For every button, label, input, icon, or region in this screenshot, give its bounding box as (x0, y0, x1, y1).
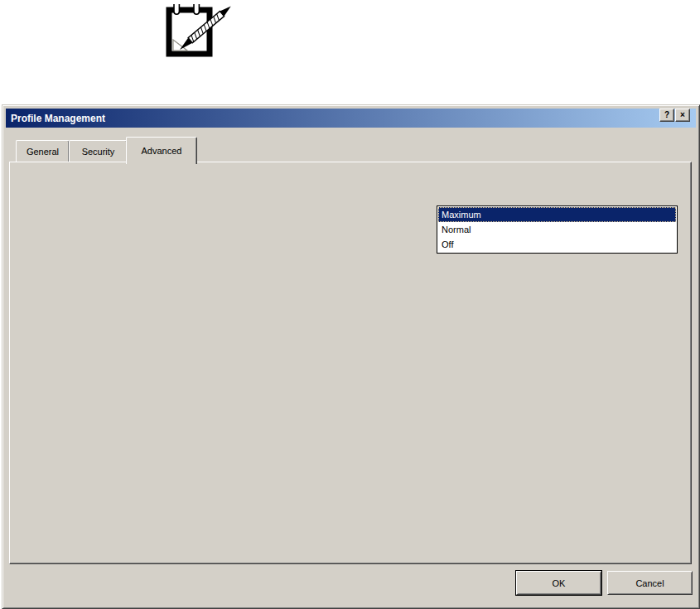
power-save-option-normal[interactable]: Normal (438, 222, 676, 237)
close-icon: × (680, 111, 685, 119)
notepad-pencil-icon (163, 0, 242, 60)
power-save-option-off[interactable]: Off (438, 237, 676, 252)
help-icon: ? (664, 111, 669, 119)
titlebar[interactable]: Profile Management (6, 109, 696, 128)
tab-security[interactable]: Security (69, 140, 128, 162)
help-button[interactable]: ? (659, 109, 674, 122)
tab-general[interactable]: General (16, 140, 70, 162)
tab-security-label: Security (82, 147, 115, 157)
power-save-option-maximum[interactable]: Maximum (438, 207, 676, 222)
ok-button-label: OK (553, 578, 566, 588)
power-save-dropdown-list: Maximum Normal Off (437, 205, 678, 254)
cancel-button-label: Cancel (635, 578, 664, 588)
tab-advanced[interactable]: Advanced (126, 137, 197, 164)
window-title: Profile Management (6, 113, 105, 124)
tab-general-label: General (27, 147, 59, 157)
profile-management-dialog: Profile Management ? × General Security … (2, 104, 700, 609)
ok-button[interactable]: OK (516, 571, 601, 595)
tab-advanced-label: Advanced (142, 146, 182, 156)
cancel-button[interactable]: Cancel (607, 571, 693, 595)
close-button[interactable]: × (675, 109, 690, 122)
